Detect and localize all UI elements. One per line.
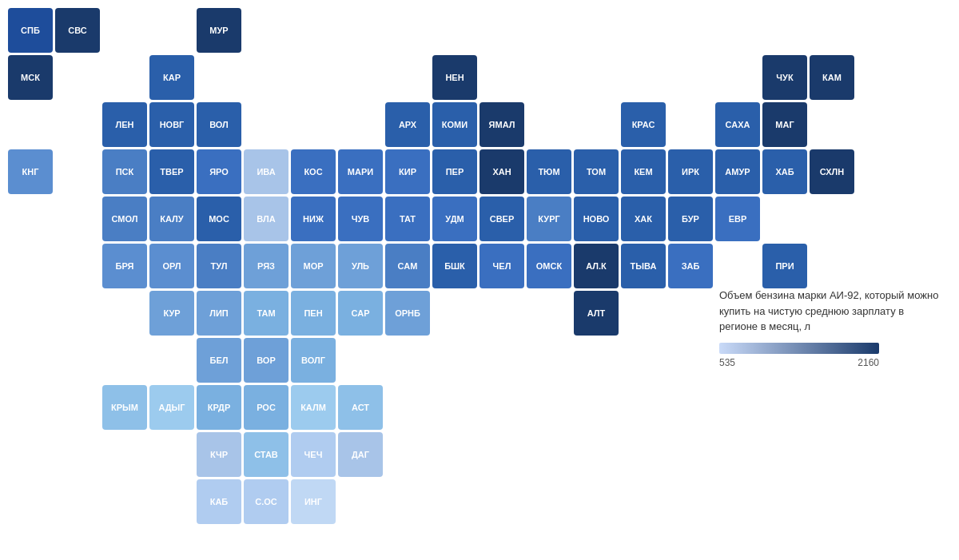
region-cell: АЛТ <box>574 291 619 336</box>
region-cell: АМУР <box>715 149 760 194</box>
region-cell: ПРИ <box>762 244 807 288</box>
region-cell: ТУЛ <box>197 244 241 288</box>
region-cell: ВЛА <box>244 197 288 241</box>
region-cell: КОМИ <box>432 102 477 147</box>
region-cell: КЕМ <box>621 149 666 194</box>
region-cell: КУРГ <box>527 197 571 241</box>
region-cell: МСК <box>8 55 53 100</box>
region-cell: РЯЗ <box>244 244 288 288</box>
region-cell: ВОЛ <box>197 102 241 147</box>
region-cell: ОРНБ <box>385 291 430 336</box>
region-cell: САР <box>338 291 383 336</box>
legend-min: 535 <box>719 357 735 368</box>
legend-bar <box>719 343 879 354</box>
region-cell: ТЫВА <box>621 244 666 288</box>
region-cell: УДМ <box>432 197 477 241</box>
region-cell: ПЕН <box>291 291 336 336</box>
region-cell: ТВЕР <box>149 149 194 194</box>
region-cell: ТАМ <box>244 291 288 336</box>
region-cell: КАР <box>149 55 194 100</box>
region-cell: КЧР <box>197 432 241 477</box>
region-cell: ОРЛ <box>149 244 194 288</box>
region-cell: ХАБ <box>762 149 807 194</box>
region-cell: МОС <box>197 197 241 241</box>
region-cell: КУР <box>149 291 194 336</box>
region-cell: ЛЕН <box>102 102 147 147</box>
region-cell: ЧЕЛ <box>480 244 524 288</box>
region-cell: БЕЛ <box>197 338 241 383</box>
region-cell: РОС <box>244 385 288 430</box>
legend-labels: 535 2160 <box>719 357 879 368</box>
region-cell: НИЖ <box>291 197 336 241</box>
region-cell: КАЛМ <box>291 385 336 430</box>
region-cell: ДАГ <box>338 432 383 477</box>
region-cell: КРАС <box>621 102 666 147</box>
region-cell: КРЫМ <box>102 385 147 430</box>
region-cell: СХЛН <box>810 149 854 194</box>
region-cell: КАБ <box>197 479 241 524</box>
region-cell: АРХ <box>385 102 430 147</box>
region-cell: ЧУВ <box>338 197 383 241</box>
region-cell: ИВА <box>244 149 288 194</box>
region-cell: ХАН <box>480 149 524 194</box>
region-cell: ТОМ <box>574 149 619 194</box>
region-cell: БУР <box>668 197 713 241</box>
region-cell: НОВГ <box>149 102 194 147</box>
region-cell: МАГ <box>762 102 807 147</box>
region-cell: ЧУК <box>762 55 807 100</box>
region-cell: АЛ.К <box>574 244 619 288</box>
region-cell: МУР <box>197 8 241 53</box>
region-cell: ЛИП <box>197 291 241 336</box>
region-cell: БШК <box>432 244 477 288</box>
region-cell: ОМСК <box>527 244 571 288</box>
region-cell: ЧЕЧ <box>291 432 336 477</box>
region-cell: НЕН <box>432 55 477 100</box>
region-cell: ВОР <box>244 338 288 383</box>
region-cell: АСТ <box>338 385 383 430</box>
region-cell: САМ <box>385 244 430 288</box>
region-cell: ПЕР <box>432 149 477 194</box>
region-cell: САХА <box>715 102 760 147</box>
region-cell: КАМ <box>810 55 854 100</box>
region-cell: ТАТ <box>385 197 430 241</box>
region-cell: ПСК <box>102 149 147 194</box>
region-cell: ЯМАЛ <box>480 102 524 147</box>
legend-title: Объем бензина марки АИ-92, который можно… <box>719 288 943 335</box>
region-cell: КНГ <box>8 149 53 194</box>
region-cell: КАЛУ <box>149 197 194 241</box>
region-cell: УЛЬ <box>338 244 383 288</box>
region-cell: МАРИ <box>338 149 383 194</box>
region-cell: КОС <box>291 149 336 194</box>
region-cell: БРЯ <box>102 244 147 288</box>
region-cell: ЗАБ <box>668 244 713 288</box>
region-cell: ИНГ <box>291 479 336 524</box>
legend-max: 2160 <box>858 357 879 368</box>
region-cell: СТАВ <box>244 432 288 477</box>
region-cell: КРДР <box>197 385 241 430</box>
map-grid: СПБСВСМУРМСККАРНЕНЧУККАМЛЕННОВГВОЛАРХКОМ… <box>8 8 687 524</box>
region-cell: НОВО <box>574 197 619 241</box>
region-cell: ЕВР <box>715 197 760 241</box>
map-container: СПБСВСМУРМСККАРНЕНЧУККАМЛЕННОВГВОЛАРХКОМ… <box>8 8 687 524</box>
region-cell: АДЫГ <box>149 385 194 430</box>
region-cell: ТЮМ <box>527 149 571 194</box>
region-cell: ЯРО <box>197 149 241 194</box>
region-cell: ИРК <box>668 149 713 194</box>
region-cell: СМОЛ <box>102 197 147 241</box>
legend: Объем бензина марки АИ-92, который можно… <box>719 288 943 368</box>
region-cell: СПБ <box>8 8 53 53</box>
region-cell: ВОЛГ <box>291 338 336 383</box>
region-cell: ХАК <box>621 197 666 241</box>
region-cell: С.ОС <box>244 479 288 524</box>
region-cell: СВЕР <box>480 197 524 241</box>
region-cell: МОР <box>291 244 336 288</box>
region-cell: КИР <box>385 149 430 194</box>
region-cell: СВС <box>55 8 100 53</box>
